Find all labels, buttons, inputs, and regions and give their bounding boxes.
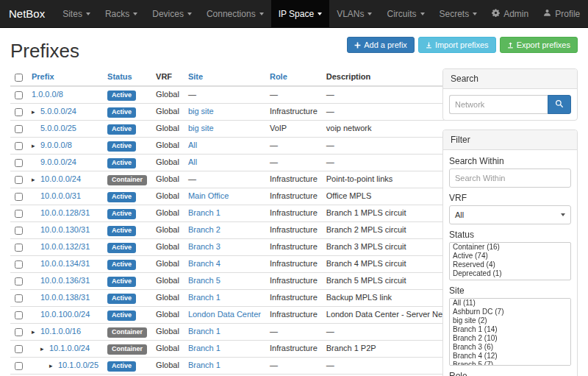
site-link[interactable]: Branch 2: [188, 225, 220, 234]
site-link[interactable]: Branch 1: [188, 344, 220, 352]
site-option[interactable]: Branch 2 (10): [450, 334, 570, 343]
site-option[interactable]: Branch 5 (7): [450, 361, 570, 366]
status-badge: Container: [107, 344, 147, 355]
prefix-link[interactable]: 10.0.0.130/31: [40, 225, 90, 234]
column-header-site[interactable]: Site: [184, 68, 265, 86]
status-listbox[interactable]: Container (16)Active (74)Reserved (4)Dep…: [449, 242, 571, 280]
status-option[interactable]: Deprecated (1): [450, 269, 570, 278]
field-label-role: Role: [449, 371, 571, 376]
site-option[interactable]: Branch 3 (6): [450, 343, 570, 352]
prefix-link[interactable]: 10.0.0.132/31: [40, 242, 90, 251]
vrf-select[interactable]: All: [449, 205, 571, 224]
row-checkbox[interactable]: [15, 108, 23, 116]
nav-item-profile[interactable]: Profile: [536, 0, 587, 27]
nav-item-sites[interactable]: Sites: [55, 0, 98, 27]
nav-item-circuits[interactable]: Circuits: [379, 0, 431, 27]
prefix-link[interactable]: 10.0.100.0/24: [40, 310, 90, 319]
row-checkbox[interactable]: [15, 345, 23, 353]
site-option[interactable]: Ashburn DC (7): [450, 308, 570, 316]
prefix-link[interactable]: 10.0.0.138/31: [40, 293, 90, 302]
row-checkbox[interactable]: [15, 125, 23, 133]
row-checkbox[interactable]: [15, 294, 23, 302]
nav-item-ip-space[interactable]: IP Space: [271, 0, 329, 27]
site-link[interactable]: All: [188, 157, 197, 166]
search-input[interactable]: [449, 95, 548, 114]
prefix-link[interactable]: 9.0.0.0/8: [40, 141, 72, 149]
nav-item-vlans[interactable]: VLANs: [329, 0, 379, 27]
nav-item-devices[interactable]: Devices: [145, 0, 199, 27]
prefix-link[interactable]: 10.0.0.0/24: [40, 174, 81, 183]
site-listbox[interactable]: All (11)Ashburn DC (7)big site (2)Branch…: [449, 298, 571, 366]
site-link[interactable]: Branch 3: [188, 242, 220, 251]
expand-arrow-icon[interactable]: ▸: [32, 327, 40, 338]
brand[interactable]: NetBox: [9, 0, 55, 27]
import-prefixes-button[interactable]: Import prefixes: [418, 37, 496, 53]
site-link[interactable]: Branch 4: [188, 259, 220, 268]
select-all-checkbox[interactable]: [15, 74, 23, 82]
prefix-link[interactable]: 5.0.0.0/25: [40, 124, 76, 132]
row-checkbox[interactable]: [15, 362, 23, 370]
site-link[interactable]: big site: [188, 107, 214, 116]
row-checkbox[interactable]: [15, 311, 23, 319]
search-button[interactable]: [548, 95, 571, 114]
expand-arrow-icon[interactable]: ▸: [40, 344, 49, 355]
nav-item-racks[interactable]: Racks: [98, 0, 145, 27]
site-link[interactable]: big site: [188, 124, 214, 132]
column-header-prefix[interactable]: Prefix: [27, 68, 103, 86]
prefix-link[interactable]: 9.0.0.0/24: [40, 157, 76, 166]
site-option[interactable]: All (11): [450, 299, 570, 308]
site-option[interactable]: Branch 4 (12): [450, 352, 570, 361]
site-link[interactable]: Branch 5: [188, 276, 220, 285]
status-option[interactable]: Reserved (4): [450, 260, 570, 269]
status-option[interactable]: Active (74): [450, 252, 570, 260]
prefix-cell: ▸9.0.0.0/8: [27, 137, 103, 154]
nav-item-secrets[interactable]: Secrets: [432, 0, 485, 27]
site-link[interactable]: Branch 1: [188, 293, 220, 302]
row-checkbox[interactable]: [15, 176, 23, 184]
row-checkbox[interactable]: [15, 142, 23, 150]
site-link[interactable]: Branch 1: [188, 327, 220, 336]
nav-item-admin[interactable]: Admin: [484, 0, 536, 27]
site-link[interactable]: London Data Center: [188, 310, 261, 319]
chevron-down-icon: [473, 13, 477, 15]
column-header-role[interactable]: Role: [265, 68, 322, 86]
export-prefixes-button[interactable]: Export prefixes: [500, 37, 578, 53]
status-option[interactable]: Container (16): [450, 243, 570, 252]
site-link[interactable]: Main Office: [188, 191, 229, 200]
expand-arrow-icon[interactable]: ▸: [32, 174, 40, 185]
expand-arrow-icon[interactable]: ▸: [49, 361, 58, 372]
prefix-link[interactable]: 10.1.0.0/16: [40, 327, 81, 336]
row-checkbox[interactable]: [15, 159, 23, 167]
prefix-link[interactable]: 5.0.0.0/24: [40, 107, 76, 116]
search-within-input[interactable]: [449, 169, 571, 188]
prefix-link[interactable]: 10.0.0.136/31: [40, 276, 90, 285]
status-badge: Active: [107, 158, 136, 169]
site-link[interactable]: Branch 1: [188, 208, 220, 217]
expand-arrow-icon[interactable]: ▸: [32, 141, 40, 152]
site-option[interactable]: Branch 1 (14): [450, 325, 570, 334]
prefix-link[interactable]: 1.0.0.0/8: [32, 90, 63, 99]
expand-arrow-icon[interactable]: ▸: [32, 107, 40, 118]
row-checkbox[interactable]: [15, 244, 23, 252]
row-checkbox[interactable]: [15, 210, 23, 218]
prefix-link[interactable]: 10.0.0.0/31: [40, 191, 81, 200]
row-checkbox[interactable]: [15, 328, 23, 336]
prefix-link[interactable]: 10.1.0.0/24: [49, 344, 90, 352]
row-checkbox[interactable]: [15, 227, 23, 235]
site-link[interactable]: Branch 1: [188, 361, 220, 369]
status-badge: Active: [107, 294, 136, 304]
add-prefix-button[interactable]: Add a prefix: [347, 37, 415, 53]
prefix-link[interactable]: 10.0.0.134/31: [40, 259, 90, 268]
nav-item-connections[interactable]: Connections: [199, 0, 271, 27]
row-checkbox[interactable]: [15, 260, 23, 269]
row-checkbox[interactable]: [15, 91, 23, 99]
navbar-menu: SitesRacksDevicesConnectionsIP SpaceVLAN…: [55, 0, 484, 27]
export-icon: [507, 42, 514, 49]
site-link[interactable]: All: [188, 141, 197, 149]
row-checkbox[interactable]: [15, 193, 23, 201]
column-header-status[interactable]: Status: [103, 68, 151, 86]
prefix-link[interactable]: 10.1.0.0/25: [58, 361, 98, 369]
prefix-link[interactable]: 10.0.0.128/31: [40, 208, 90, 217]
site-option[interactable]: big site (2): [450, 316, 570, 325]
row-checkbox[interactable]: [15, 277, 23, 285]
